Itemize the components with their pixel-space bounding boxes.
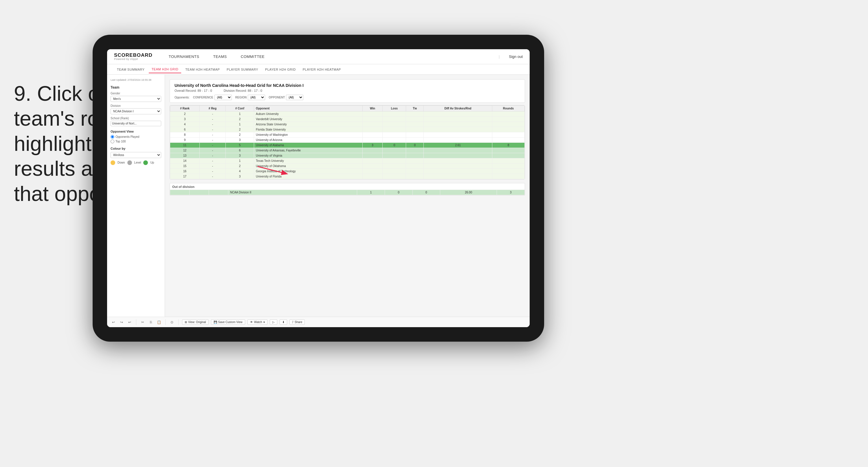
tablet-device: SCOREBOARD Powered by clippd TOURNAMENTS… [93,35,544,342]
sub-nav: TEAM SUMMARY TEAM H2H GRID TEAM H2H HEAT… [107,64,530,75]
odd-conf [209,190,228,195]
col-rounds: Rounds [492,106,524,112]
watch-label: Watch [254,321,262,324]
legend-down-dot [111,160,115,165]
overall-record: Overall Record: 89 - 17 - 0 [175,89,212,92]
h2h-table-wrapper: # Rank # Reg # Conf Opponent Win Loss Ti… [169,105,525,179]
table-row[interactable]: 16-4Georgia Institute of Technology [170,169,525,174]
odd-reg [190,190,209,195]
table-row[interactable]: 4-1Arizona State University [170,122,525,127]
school-label: School (Rank) [111,117,161,120]
division-select[interactable]: NCAA Division I [111,108,161,114]
tab-player-summary[interactable]: PLAYER SUMMARY [224,66,261,73]
present-btn[interactable]: ▷ [270,319,277,325]
share-label: Share [294,321,303,324]
grid-title: University of North Carolina Head-to-Hea… [175,83,520,88]
table-row[interactable]: 13-3University of Virginia [170,153,525,158]
legend-down-label: Down [118,161,125,164]
cut-icon[interactable]: ✂ [140,319,146,325]
bottom-toolbar: ↩ ↪ ↩ ✂ ⎘ 📋 ⊙ ⊞ View: Original 💾 Save Cu… [107,317,530,327]
odd-opponent: NCAA Division II [228,190,357,195]
left-panel: Last Updated: 27/03/2024 16:55:38 Team G… [107,75,165,317]
out-of-division-row[interactable]: NCAA Division II 1 0 0 26.00 3 [170,190,525,195]
table-row[interactable]: 17-3University of Florida [170,174,525,179]
col-rank: # Rank [170,106,200,112]
tablet-screen: SCOREBOARD Powered by clippd TOURNAMENTS… [107,49,530,327]
download-btn[interactable]: ⬇ [280,319,287,325]
records-row: Overall Record: 89 - 17 - 0 Division Rec… [175,89,520,92]
gender-select[interactable]: Men's [111,96,161,102]
team-section-title: Team [111,85,161,89]
watch-icon: 👁 [250,321,253,324]
tab-team-h2h-grid[interactable]: TEAM H2H GRID [149,66,182,73]
odd-diff: 26.00 [440,190,497,195]
toolbar-divider-3 [178,319,179,325]
h2h-table: # Rank # Reg # Conf Opponent Win Loss Ti… [170,106,525,179]
opponent-select[interactable]: (All) [286,95,303,100]
nav-teams[interactable]: TEAMS [211,53,229,60]
region-filter: Region (All) [235,95,265,100]
radio-opponents-played[interactable]: Opponents Played [111,135,161,139]
odd-tie: 0 [412,190,440,195]
copy-icon[interactable]: ⎘ [148,319,154,325]
colour-by-select[interactable]: Win/loss [111,152,161,158]
grid-header: University of North Carolina Head-to-Hea… [169,79,525,103]
table-row[interactable]: 12-6University of Arkansas, Fayetteville [170,148,525,153]
region-label: Region [235,96,247,99]
table-row[interactable]: 3-2Vanderbilt University [170,117,525,122]
save-label: Save Custom View [218,321,243,324]
view-original-btn[interactable]: ⊞ View: Original [182,319,209,325]
clock-icon[interactable]: ⊙ [169,319,175,325]
watch-btn[interactable]: 👁 Watch ▾ [247,319,268,325]
nav-committee[interactable]: COMMITTEE [239,53,267,60]
division-record: Division Record: 88 - 17 - 0 [224,89,262,92]
conference-select[interactable]: (All) [214,95,232,100]
view-icon: ⊞ [185,321,187,324]
table-row[interactable]: 15-2University of Oklahoma [170,164,525,169]
tab-team-h2h-heatmap[interactable]: TEAM H2H HEATMAP [182,66,223,73]
toolbar-divider-2 [165,319,165,325]
view-label: View: Original [188,321,206,324]
legend-level-label: Level [134,161,141,164]
out-of-division-table: NCAA Division II 1 0 0 26.00 3 [170,189,525,195]
paste-icon[interactable]: 📋 [156,319,162,325]
radio-top-100[interactable]: Top 100 [111,140,161,143]
odd-rounds: 3 [497,190,525,195]
legend-level-dot [127,160,132,165]
school-input[interactable] [111,121,161,126]
legend-up-label: Up [150,161,154,164]
logo-title: SCOREBOARD [114,53,153,58]
toolbar-divider-1 [136,319,136,325]
legend-up-dot [143,160,148,165]
opponent-filter: Opponent (All) [269,95,303,100]
col-diff: Diff Av Strokes/Rnd [424,106,492,112]
table-row[interactable]: 6-2Florida State University [170,127,525,132]
legend-row: Down Level Up [111,160,161,165]
col-opponent: Opponent [254,106,363,112]
share-btn[interactable]: ⤴ Share [289,319,305,325]
nav-tournaments[interactable]: TOURNAMENTS [166,53,202,60]
tab-team-summary[interactable]: TEAM SUMMARY [114,66,148,73]
opponents-label: Opponents: [175,96,190,99]
table-row[interactable]: 14-1Texas Tech University [170,158,525,164]
table-row[interactable]: 9-3University of Arizona [170,138,525,143]
tab-player-h2h-heatmap[interactable]: PLAYER H2H HEATMAP [300,66,344,73]
save-custom-view-btn[interactable]: 💾 Save Custom View [211,319,245,325]
col-conf: # Conf [225,106,254,112]
region-select[interactable]: (All) [248,95,265,100]
sign-out-link[interactable]: Sign out [509,54,523,59]
table-row[interactable]: 8-2University of Washington [170,132,525,138]
odd-win: 1 [357,190,385,195]
redo-icon[interactable]: ↪ [119,319,124,325]
table-row[interactable]: 2-1Auburn University [170,112,525,117]
odd-rank [170,190,190,195]
col-reg: # Reg [200,106,226,112]
undo-icon[interactable]: ↩ [111,319,116,325]
col-win: Win [362,106,383,112]
tab-player-h2h-grid[interactable]: PLAYER H2H GRID [262,66,299,73]
gender-label: Gender [111,92,161,95]
table-row[interactable]: 11-5University of Alabama3002.618 [170,143,525,148]
top-nav: SCOREBOARD Powered by clippd TOURNAMENTS… [107,49,530,64]
colour-by-title: Colour by [111,147,161,150]
back-icon[interactable]: ↩ [127,319,132,325]
